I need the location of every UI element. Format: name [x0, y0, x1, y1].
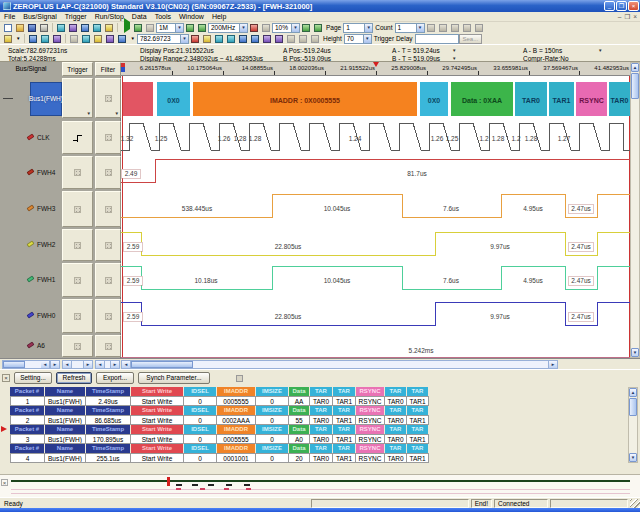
find-prev-icon[interactable] — [297, 33, 308, 44]
bus-trigger-cell[interactable]: ▼ — [62, 78, 93, 118]
filter-cell-fwh0[interactable] — [95, 299, 121, 333]
print-icon[interactable] — [39, 22, 50, 33]
waveform-view-icon[interactable] — [28, 33, 39, 44]
waveform-vscrollbar[interactable]: ▲ ▼ — [630, 62, 640, 358]
packet-vscrollbar[interactable]: ▲ ▼ — [628, 387, 638, 463]
scroll-down-icon[interactable]: ▼ — [629, 453, 637, 462]
trigger-cell-fwh1[interactable] — [62, 263, 93, 297]
waveform-hscrollbar[interactable]: ◄► — [121, 360, 558, 369]
menu-window[interactable]: Window — [175, 13, 208, 20]
module-icon[interactable] — [104, 22, 115, 33]
repeat-run-icon[interactable] — [133, 22, 144, 33]
hand-tool-icon[interactable] — [81, 33, 92, 44]
synch-parameter-button[interactable]: Synch Parameter... — [138, 372, 210, 384]
bar-a-icon[interactable] — [237, 33, 248, 44]
packet-row[interactable]: 1Bus1(FWH)2.49usStart Write000055550AATA… — [10, 396, 429, 406]
sampling-setup-icon[interactable] — [56, 22, 67, 33]
trigger-cell-fwh2[interactable] — [62, 229, 93, 261]
bus-filter-cell[interactable]: ▼ — [95, 78, 121, 118]
close-button[interactable] — [628, 1, 639, 11]
prev-data-icon[interactable] — [461, 22, 472, 33]
goto-bar-a-icon[interactable] — [213, 33, 224, 44]
rom-depth-icon[interactable] — [197, 22, 208, 33]
height-select[interactable]: 70▼ — [344, 34, 372, 44]
packet-row[interactable]: 3Bus1(FWH)170.895usStart Write000055550A… — [10, 434, 429, 444]
glitch-icon[interactable] — [261, 22, 272, 33]
waveform-area[interactable]: 6.261578us10.175064us14.08855us18.002036… — [121, 62, 630, 358]
ram-depth-icon[interactable] — [185, 22, 196, 33]
maximize-button[interactable] — [616, 1, 627, 11]
mdi-close-icon[interactable]: × — [633, 13, 637, 21]
mdi-minimize-icon[interactable]: – — [618, 13, 622, 21]
chevron-down-icon[interactable]: ▼ — [452, 48, 456, 53]
sampling-frequency-select[interactable]: 200MHz▼ — [208, 23, 248, 33]
redo-icon[interactable] — [437, 22, 448, 33]
timeline-ruler[interactable]: 6.261578us10.175064us14.08855us18.002036… — [121, 62, 630, 76]
scroll-thumb[interactable] — [631, 73, 639, 99]
filter-column-hscrollbar[interactable]: ◄► — [95, 360, 120, 369]
setting-button[interactable]: Setting... — [14, 372, 52, 384]
run-icon[interactable] — [121, 22, 132, 33]
goto-bar-b-icon[interactable] — [225, 33, 236, 44]
trigger-property-icon[interactable] — [80, 22, 91, 33]
open-file-icon[interactable] — [15, 22, 26, 33]
memory-depth-select[interactable]: 1M▼ — [156, 23, 184, 33]
next-data-icon[interactable] — [473, 22, 484, 33]
packet-row[interactable]: 2Bus1(FWH)86.685usStart Write00002AAA055… — [10, 415, 429, 425]
bar-chart-icon[interactable] — [117, 33, 128, 44]
stop-icon[interactable] — [145, 22, 156, 33]
signal-wave-icon[interactable] — [249, 22, 260, 33]
trigger-cell-a6[interactable] — [62, 335, 93, 357]
filter-cell-fwh2[interactable] — [95, 229, 121, 261]
packet-row[interactable]: 4Bus1(FWH)255.1usStart Write00001001020T… — [10, 453, 429, 463]
chevron-down-icon[interactable]: ▼ — [452, 56, 456, 61]
refresh-button[interactable]: Refresh — [56, 372, 92, 384]
prev-page-icon[interactable] — [301, 22, 312, 33]
chevron-down-icon[interactable]: ▼ — [598, 48, 602, 53]
export-button[interactable]: Export... — [96, 372, 134, 384]
bus-expander[interactable] — [3, 98, 13, 99]
menu-tools[interactable]: Tools — [151, 13, 175, 20]
scroll-up-icon[interactable]: ▲ — [629, 388, 637, 397]
trigger-column-hscrollbar[interactable]: ◄► — [62, 360, 93, 369]
count-select[interactable]: 1▼ — [395, 23, 425, 33]
trigger-cell-clk[interactable] — [62, 121, 93, 154]
chevron-down-icon[interactable]: ▼ — [14, 36, 22, 41]
menu-help[interactable]: Help — [208, 13, 230, 20]
screenshot-icon[interactable] — [105, 33, 116, 44]
menu-file[interactable]: File — [0, 13, 19, 20]
minimize-button[interactable] — [604, 1, 615, 11]
filter-cell-clk[interactable] — [95, 121, 121, 154]
bus-property-icon[interactable] — [68, 22, 79, 33]
trigger-delay-input[interactable] — [415, 34, 459, 44]
stack-panel-icon[interactable] — [92, 22, 103, 33]
resize-grip[interactable] — [630, 499, 640, 508]
scroll-up-icon[interactable]: ▲ — [631, 63, 639, 72]
trigger-position-marker[interactable] — [373, 62, 379, 67]
search-icon[interactable] — [285, 33, 296, 44]
bar-t1-icon[interactable] — [261, 33, 272, 44]
note-icon[interactable] — [449, 22, 460, 33]
bus-segment[interactable] — [123, 82, 153, 116]
packet-close-icon[interactable]: × — [2, 374, 10, 382]
delete-bar-icon[interactable] — [201, 33, 212, 44]
trigger-position-select[interactable]: 10%▼ — [272, 23, 300, 33]
overview-close-icon[interactable]: × — [1, 479, 8, 486]
trigger-cell-fwh0[interactable] — [62, 299, 93, 333]
menu-bussignal[interactable]: Bus/Signal — [19, 13, 60, 20]
trigger-cell-fwh4[interactable] — [62, 156, 93, 189]
list-view-icon[interactable] — [40, 33, 51, 44]
undo-icon[interactable] — [425, 22, 436, 33]
scroll-down-icon[interactable]: ▼ — [631, 348, 639, 357]
page-select[interactable]: 1▼ — [343, 23, 373, 33]
new-file-icon[interactable] — [3, 22, 14, 33]
zoom-select-icon[interactable] — [93, 33, 104, 44]
cursor-icon[interactable] — [69, 33, 80, 44]
clock-icon[interactable] — [3, 33, 14, 44]
overview-strip[interactable]: × — [0, 474, 640, 497]
zoom-scale-select[interactable]: 782.69723▼ — [137, 34, 189, 44]
chevron-down-icon[interactable]: ▼ — [128, 36, 136, 41]
next-page-icon[interactable] — [313, 22, 324, 33]
filter-cell-fwh4[interactable] — [95, 156, 121, 189]
find-next-icon[interactable] — [309, 33, 320, 44]
